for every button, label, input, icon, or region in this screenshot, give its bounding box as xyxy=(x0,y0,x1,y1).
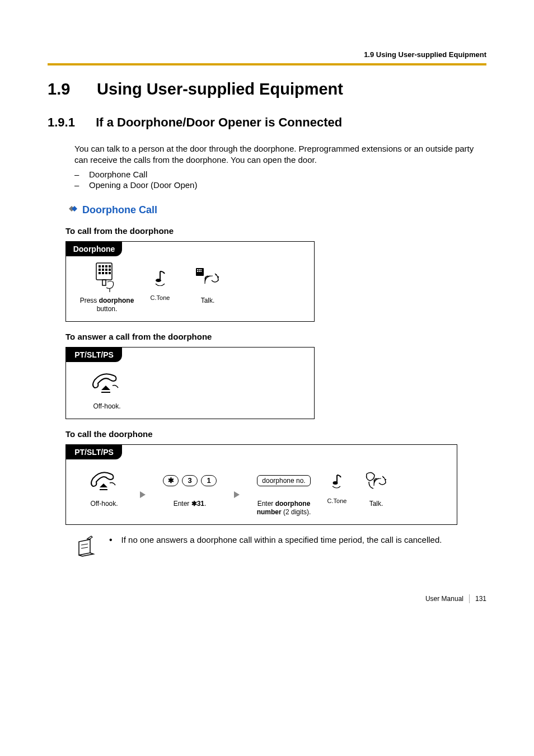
subsection-number: 1.9.1 xyxy=(48,115,92,130)
svg-rect-13 xyxy=(105,272,107,274)
talk-icon xyxy=(194,262,222,293)
svg-point-33 xyxy=(385,478,386,480)
key-1: 1 xyxy=(201,475,217,486)
procedure-label: To answer a call from the doorphone xyxy=(65,332,486,341)
bullet-icon: • xyxy=(109,536,113,544)
svg-marker-30 xyxy=(234,491,240,498)
step-caption: Enter ✱31. xyxy=(174,500,207,508)
svg-point-32 xyxy=(383,476,384,477)
svg-rect-8 xyxy=(102,269,104,271)
diagram-answer-doorphone: PT/SLT/PS Off-hook. xyxy=(65,347,315,419)
subsection-title: If a Doorphone/Door Opener is Connected xyxy=(96,115,342,129)
procedure-label: To call from the doorphone xyxy=(65,226,486,236)
procedure-label: To call the doorphone xyxy=(65,429,486,439)
svg-rect-21 xyxy=(200,269,202,270)
footer-page: 131 xyxy=(475,595,486,603)
section-title: Using User-supplied Equipment xyxy=(97,80,343,98)
section-heading: 1.9 Using User-supplied Equipment xyxy=(48,80,486,98)
device-tab: PT/SLT/PS xyxy=(66,348,122,362)
list-item: –Doorphone Call xyxy=(74,170,486,179)
svg-rect-10 xyxy=(109,269,111,271)
svg-rect-6 xyxy=(109,265,111,267)
offhook-icon xyxy=(90,368,124,399)
intro-paragraph: You can talk to a person at the door thr… xyxy=(74,143,486,166)
top-rule xyxy=(48,63,486,65)
svg-rect-12 xyxy=(102,272,104,274)
footer-separator xyxy=(469,594,470,603)
device-tab: PT/SLT/PS xyxy=(66,445,122,459)
svg-rect-9 xyxy=(105,269,107,271)
list-item: –Opening a Door (Door Open) xyxy=(74,180,486,190)
svg-point-17 xyxy=(156,279,161,282)
header-breadcrumb: 1.9 Using User-supplied Equipment xyxy=(48,50,486,59)
svg-point-36 xyxy=(87,538,88,539)
svg-rect-7 xyxy=(99,269,101,271)
svg-point-31 xyxy=(333,481,338,485)
svg-line-35 xyxy=(81,547,88,548)
step-caption: Off-hook. xyxy=(90,500,118,508)
arrow-icon xyxy=(139,490,147,501)
list-item-text: Opening a Door (Door Open) xyxy=(89,180,197,190)
svg-marker-29 xyxy=(140,491,146,498)
list-item-text: Doorphone Call xyxy=(89,170,147,179)
key-3: 3 xyxy=(182,475,198,486)
note-icon xyxy=(74,535,97,561)
step-caption: Off-hook. xyxy=(93,402,120,411)
svg-rect-3 xyxy=(99,265,101,267)
svg-rect-15 xyxy=(102,280,106,285)
offhook-icon xyxy=(88,465,120,496)
talk-icon xyxy=(363,465,389,496)
svg-rect-5 xyxy=(105,265,107,267)
ctone-icon xyxy=(153,262,167,293)
diamond-icon xyxy=(65,205,78,215)
step-caption: Talk. xyxy=(201,297,215,305)
step-caption: Enter doorphone number (2 digits). xyxy=(247,500,320,516)
svg-point-26 xyxy=(218,276,219,277)
doorphone-call-heading: Doorphone Call xyxy=(82,204,157,216)
diagram-call-from-doorphone: Doorphone Press doorphone button. xyxy=(65,241,315,322)
keypad-31: ✱ 3 1 xyxy=(163,465,217,496)
note-text: If no one answers a doorphone call withi… xyxy=(121,535,442,544)
doorphone-press-icon xyxy=(93,262,121,293)
svg-rect-4 xyxy=(102,265,104,267)
key-star: ✱ xyxy=(163,475,179,486)
section-number: 1.9 xyxy=(48,80,92,98)
svg-point-25 xyxy=(216,274,217,275)
device-tab: Doorphone xyxy=(66,242,122,256)
ctone-icon xyxy=(330,465,344,496)
svg-rect-19 xyxy=(197,269,198,270)
step-caption: Talk. xyxy=(369,500,383,508)
svg-rect-22 xyxy=(197,271,198,272)
svg-rect-14 xyxy=(109,272,111,274)
svg-rect-23 xyxy=(199,271,200,272)
subsection-heading: 1.9.1 If a Doorphone/Door Opener is Conn… xyxy=(48,115,486,130)
diagram-call-doorphone: PT/SLT/PS Off-hook. ✱ xyxy=(65,444,457,525)
svg-rect-24 xyxy=(200,271,202,272)
svg-rect-11 xyxy=(99,272,101,274)
svg-line-34 xyxy=(81,544,88,545)
arrow-icon xyxy=(233,490,241,501)
ctone-label: C.Tone xyxy=(327,497,347,504)
doorphone-no-box: doorphone no. xyxy=(257,465,310,496)
svg-rect-20 xyxy=(199,269,200,270)
step-caption: Press doorphone button. xyxy=(76,297,138,313)
ctone-label: C.Tone xyxy=(151,294,170,301)
footer-manual: User Manual xyxy=(425,595,463,603)
